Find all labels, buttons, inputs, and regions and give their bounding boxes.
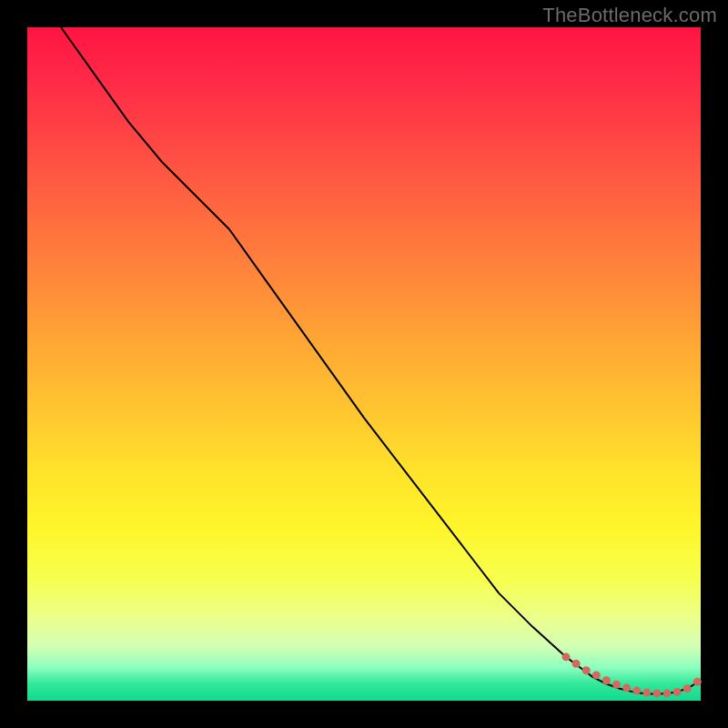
chart-frame: TheBottleneck.com (0, 0, 728, 728)
scatter-point (602, 676, 611, 684)
scatter-point (632, 686, 641, 694)
chart-overlay (27, 27, 701, 701)
plot-area (27, 27, 701, 701)
scatter-point (663, 689, 672, 697)
scatter-point (622, 683, 631, 692)
scatter-point (693, 678, 702, 686)
scatter-point (612, 681, 621, 689)
scatter-point (652, 689, 661, 697)
scatter-point (673, 688, 682, 696)
watermark-label: TheBottleneck.com (542, 4, 717, 27)
scatter-point (642, 689, 651, 697)
bottleneck-curve (61, 27, 701, 694)
scatter-point (683, 684, 692, 693)
scatter-point (562, 652, 571, 661)
scatter-point (582, 666, 591, 674)
scatter-point (572, 660, 581, 668)
scatter-point (592, 671, 601, 679)
